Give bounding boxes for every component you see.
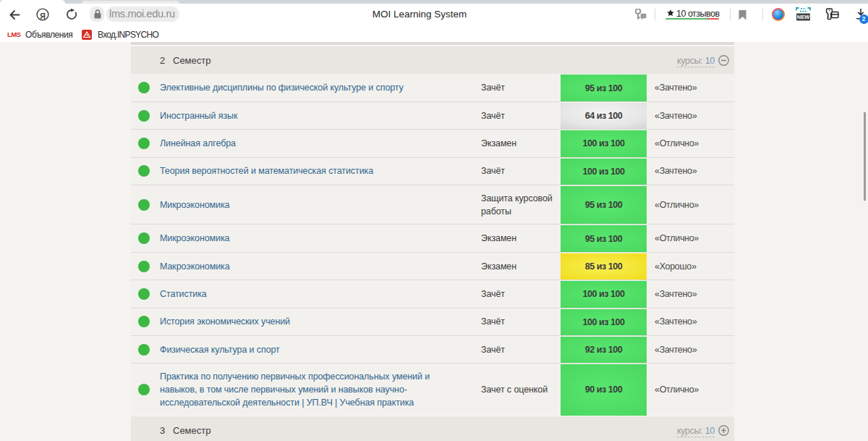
- svg-text:NEW: NEW: [797, 14, 810, 20]
